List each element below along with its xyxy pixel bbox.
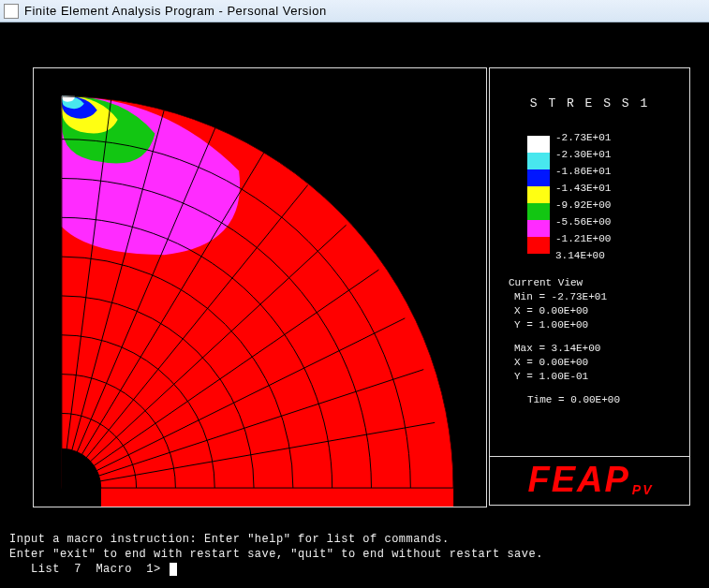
color-scale-value: -2.30E+01 — [555, 146, 611, 163]
view-heading: Current View — [509, 276, 620, 290]
color-scale-value: -9.92E+00 — [555, 197, 611, 213]
view-min-y: Y = 1.00E+00 — [509, 318, 620, 332]
color-swatch — [527, 237, 550, 254]
graphics-canvas: S T R E S S 1 -2.73E+01-2.30E+01-1.86E+0… — [0, 22, 709, 528]
color-scale-value: -5.56E+00 — [555, 213, 611, 230]
color-swatch — [527, 186, 550, 203]
color-scale-labels: -2.73E+01-2.30E+01-1.86E+01-1.43E+01-9.9… — [555, 129, 611, 264]
app-icon — [4, 4, 19, 19]
view-info: Current View Min = -2.73E+01 X = 0.00E+0… — [509, 276, 620, 407]
logo-sub: PV — [632, 482, 654, 497]
console-line: Input a macro instruction: Enter "help" … — [9, 532, 700, 547]
color-swatch — [527, 203, 550, 220]
view-max-x: X = 0.00E+00 — [509, 356, 620, 370]
view-min: Min = -2.73E+01 — [509, 290, 620, 304]
color-scale-bar — [527, 136, 550, 254]
plot-frame — [33, 67, 487, 507]
console-prompt: List 7 Macro 1> — [9, 562, 168, 577]
color-scale-value: -1.86E+01 — [555, 163, 611, 180]
window-title: Finite Element Analysis Program - Person… — [24, 4, 327, 18]
color-swatch — [527, 136, 550, 153]
fe-mesh-plot — [34, 68, 486, 507]
color-swatch — [527, 220, 550, 237]
color-swatch — [527, 153, 550, 169]
app-logo: FEAPPV — [490, 456, 689, 503]
console-area[interactable]: Input a macro instruction: Enter "help" … — [0, 528, 709, 588]
color-scale-value: 3.14E+00 — [555, 247, 611, 264]
color-scale-value: -1.43E+01 — [555, 180, 611, 197]
color-scale-value: -2.73E+01 — [555, 129, 611, 146]
text-cursor — [170, 563, 177, 576]
logo-text: FEAP — [527, 460, 629, 500]
legend-title: S T R E S S 1 — [490, 96, 689, 110]
console-line: Enter "exit" to end with restart save, "… — [9, 547, 700, 562]
console-prompt-line[interactable]: List 7 Macro 1> — [9, 562, 700, 577]
view-time: Time = 0.00E+00 — [509, 393, 620, 407]
view-min-x: X = 0.00E+00 — [509, 304, 620, 318]
view-max: Max = 3.14E+00 — [509, 342, 620, 356]
window-titlebar: Finite Element Analysis Program - Person… — [0, 0, 709, 22]
view-max-y: Y = 1.00E-01 — [509, 370, 620, 384]
color-scale-value: -1.21E+00 — [555, 230, 611, 247]
color-swatch — [527, 169, 550, 186]
legend-panel: S T R E S S 1 -2.73E+01-2.30E+01-1.86E+0… — [489, 67, 690, 506]
